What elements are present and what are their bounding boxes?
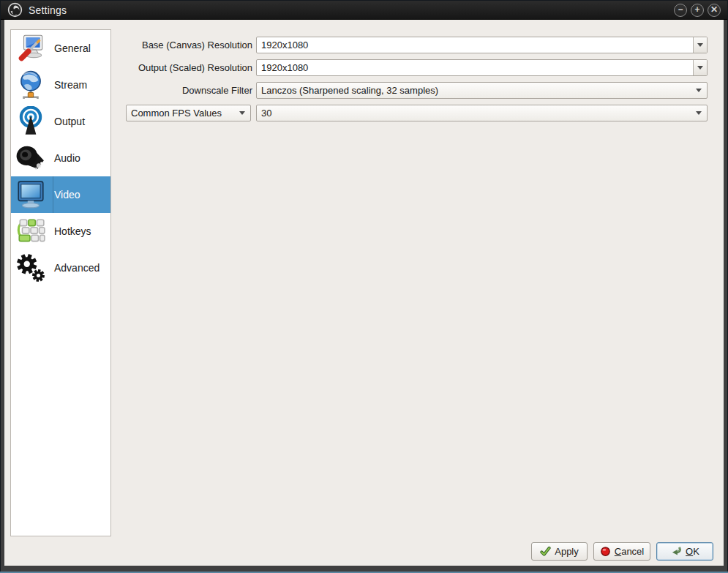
apply-button-label: Apply: [555, 546, 579, 557]
sidebar-item-advanced[interactable]: Advanced: [11, 250, 110, 286]
check-icon: [540, 546, 551, 557]
fps-value-combobox[interactable]: 30: [256, 105, 708, 121]
fps-type-dropdown-button[interactable]: [234, 105, 250, 121]
ok-arrow-icon: [670, 546, 682, 557]
output-resolution-value[interactable]: 1920x1080: [257, 60, 693, 75]
fps-dropdown-button[interactable]: [691, 105, 707, 121]
hotkeys-icon: [15, 215, 47, 247]
close-button[interactable]: ✕: [708, 4, 721, 17]
settings-content: General Stream: [4, 20, 724, 566]
downscale-filter-label: Downscale Filter: [114, 82, 252, 99]
fps-value: 30: [257, 105, 691, 121]
general-icon: [15, 32, 47, 64]
sidebar-item-audio[interactable]: Audio: [11, 140, 110, 176]
output-resolution-label: Output (Scaled) Resolution: [114, 59, 252, 76]
settings-category-list: General Stream: [10, 29, 111, 536]
base-resolution-combobox[interactable]: 1920x1080: [256, 37, 708, 53]
base-resolution-dropdown-button[interactable]: [693, 37, 707, 53]
cancel-button[interactable]: Cancel: [593, 542, 650, 561]
output-icon: [15, 105, 47, 138]
chevron-down-icon: [696, 89, 702, 92]
audio-icon: [15, 142, 47, 174]
advanced-icon: [15, 252, 47, 284]
window-controls: − + ✕: [674, 4, 721, 17]
downscale-filter-dropdown-button[interactable]: [691, 83, 707, 98]
ok-button-label: OK: [686, 546, 699, 557]
sidebar-item-output[interactable]: Output: [11, 103, 110, 140]
minimize-button[interactable]: −: [674, 4, 687, 17]
fps-type-dropdown[interactable]: Common FPS Values: [126, 105, 251, 121]
apply-button[interactable]: Apply: [531, 542, 588, 561]
sidebar-item-general[interactable]: General: [11, 30, 110, 67]
downscale-filter-value: Lanczos (Sharpened scaling, 32 samples): [257, 83, 691, 98]
output-resolution-dropdown-button[interactable]: [693, 60, 707, 75]
chevron-down-icon: [696, 111, 702, 115]
stream-icon: [15, 69, 47, 101]
chevron-down-icon: [697, 66, 703, 70]
sidebar-label-output: Output: [54, 116, 85, 127]
cancel-circle-icon: [600, 546, 611, 557]
sidebar-label-stream: Stream: [54, 79, 87, 91]
ok-button[interactable]: OK: [656, 542, 713, 561]
video-icon: [15, 179, 47, 211]
cancel-button-label: Cancel: [615, 546, 644, 557]
sidebar-label-advanced: Advanced: [54, 262, 100, 274]
fps-type-value: Common FPS Values: [127, 105, 234, 121]
output-resolution-combobox[interactable]: 1920x1080: [256, 59, 708, 76]
obs-logo-icon: [7, 2, 23, 18]
chevron-down-icon: [697, 43, 703, 47]
maximize-button[interactable]: +: [691, 4, 704, 17]
titlebar: Settings − + ✕: [1, 1, 727, 20]
sidebar-label-general: General: [54, 42, 91, 54]
downscale-filter-combobox[interactable]: Lanczos (Sharpened scaling, 32 samples): [256, 82, 708, 99]
base-resolution-value[interactable]: 1920x1080: [257, 37, 693, 53]
chevron-down-icon: [239, 111, 245, 115]
base-resolution-label: Base (Canvas) Resolution: [114, 37, 252, 53]
sidebar-label-video: Video: [54, 189, 80, 201]
sidebar-label-audio: Audio: [54, 152, 80, 164]
sidebar-item-video[interactable]: Video: [11, 176, 110, 213]
sidebar-item-hotkeys[interactable]: Hotkeys: [11, 213, 110, 250]
sidebar-label-hotkeys: Hotkeys: [54, 225, 91, 237]
window-title: Settings: [29, 4, 67, 16]
sidebar-item-stream[interactable]: Stream: [11, 67, 110, 103]
